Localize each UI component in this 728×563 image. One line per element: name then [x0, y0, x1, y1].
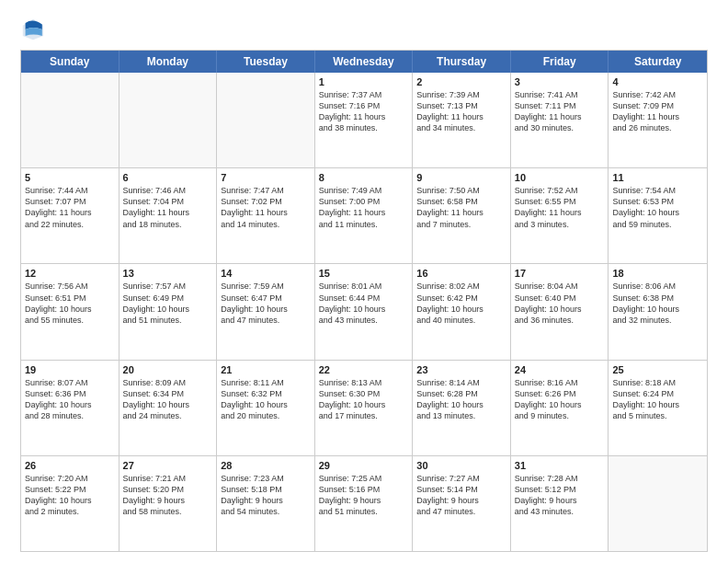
logo [20, 17, 50, 42]
day-info: Sunrise: 7:50 AM Sunset: 6:58 PM Dayligh… [416, 185, 506, 230]
day-info: Sunrise: 7:20 AM Sunset: 5:22 PM Dayligh… [25, 473, 115, 518]
day-info: Sunrise: 7:59 AM Sunset: 6:47 PM Dayligh… [221, 281, 311, 326]
calendar-cell: 17Sunrise: 8:04 AM Sunset: 6:40 PM Dayli… [511, 264, 609, 359]
calendar-cell: 7Sunrise: 7:47 AM Sunset: 7:02 PM Daylig… [217, 168, 315, 263]
day-info: Sunrise: 7:57 AM Sunset: 6:49 PM Dayligh… [123, 281, 213, 326]
day-number: 11 [612, 172, 703, 183]
calendar-cell: 19Sunrise: 8:07 AM Sunset: 6:36 PM Dayli… [21, 361, 119, 455]
day-number: 27 [123, 460, 213, 471]
day-info: Sunrise: 8:04 AM Sunset: 6:40 PM Dayligh… [515, 281, 605, 326]
day-info: Sunrise: 8:01 AM Sunset: 6:44 PM Dayligh… [319, 281, 409, 326]
day-info: Sunrise: 7:49 AM Sunset: 7:00 PM Dayligh… [319, 185, 409, 230]
calendar-cell: 14Sunrise: 7:59 AM Sunset: 6:47 PM Dayli… [217, 264, 315, 359]
calendar-cell: 13Sunrise: 7:57 AM Sunset: 6:49 PM Dayli… [119, 264, 218, 359]
day-info: Sunrise: 8:02 AM Sunset: 6:42 PM Dayligh… [416, 281, 506, 326]
day-number: 20 [123, 364, 213, 375]
day-info: Sunrise: 8:13 AM Sunset: 6:30 PM Dayligh… [319, 377, 409, 422]
day-number: 19 [25, 364, 115, 375]
calendar-cell: 27Sunrise: 7:21 AM Sunset: 5:20 PM Dayli… [119, 456, 218, 551]
calendar-cell: 22Sunrise: 8:13 AM Sunset: 6:30 PM Dayli… [315, 361, 414, 455]
day-number: 29 [319, 460, 409, 471]
day-info: Sunrise: 7:37 AM Sunset: 7:16 PM Dayligh… [319, 89, 409, 134]
day-number: 7 [221, 172, 311, 183]
calendar-cell: 4Sunrise: 7:42 AM Sunset: 7:09 PM Daylig… [609, 73, 707, 167]
calendar-cell: 16Sunrise: 8:02 AM Sunset: 6:42 PM Dayli… [413, 264, 511, 359]
day-number: 15 [319, 268, 409, 279]
page: SundayMondayTuesdayWednesdayThursdayFrid… [0, 0, 728, 563]
day-info: Sunrise: 7:27 AM Sunset: 5:14 PM Dayligh… [416, 473, 506, 518]
day-number: 8 [319, 172, 409, 183]
calendar-cell: 15Sunrise: 8:01 AM Sunset: 6:44 PM Dayli… [315, 264, 414, 359]
day-number: 22 [319, 364, 409, 375]
calendar-cell: 1Sunrise: 7:37 AM Sunset: 7:16 PM Daylig… [315, 73, 414, 167]
day-of-week-friday: Friday [511, 51, 609, 73]
day-number: 26 [25, 460, 115, 471]
day-info: Sunrise: 7:39 AM Sunset: 7:13 PM Dayligh… [416, 89, 506, 134]
day-of-week-tuesday: Tuesday [217, 51, 315, 73]
day-number: 12 [25, 268, 115, 279]
calendar-cell [21, 73, 119, 167]
day-info: Sunrise: 8:18 AM Sunset: 6:24 PM Dayligh… [612, 377, 703, 422]
calendar-cell [609, 456, 707, 551]
calendar-row-3: 19Sunrise: 8:07 AM Sunset: 6:36 PM Dayli… [21, 360, 707, 455]
day-number: 10 [515, 172, 605, 183]
day-number: 5 [25, 172, 115, 183]
calendar-cell: 9Sunrise: 7:50 AM Sunset: 6:58 PM Daylig… [413, 168, 511, 263]
day-number: 4 [612, 76, 703, 87]
day-info: Sunrise: 7:23 AM Sunset: 5:18 PM Dayligh… [221, 473, 311, 518]
calendar-cell: 10Sunrise: 7:52 AM Sunset: 6:55 PM Dayli… [511, 168, 609, 263]
calendar-cell: 23Sunrise: 8:14 AM Sunset: 6:28 PM Dayli… [413, 361, 511, 455]
day-info: Sunrise: 7:28 AM Sunset: 5:12 PM Dayligh… [515, 473, 605, 518]
day-number: 31 [515, 460, 605, 471]
day-number: 3 [515, 76, 605, 87]
day-number: 21 [221, 364, 311, 375]
calendar-row-4: 26Sunrise: 7:20 AM Sunset: 5:22 PM Dayli… [21, 455, 707, 551]
day-number: 25 [612, 364, 703, 375]
day-info: Sunrise: 7:25 AM Sunset: 5:16 PM Dayligh… [319, 473, 409, 518]
calendar-cell: 21Sunrise: 8:11 AM Sunset: 6:32 PM Dayli… [217, 361, 315, 455]
day-info: Sunrise: 7:42 AM Sunset: 7:09 PM Dayligh… [612, 89, 703, 134]
day-number: 18 [612, 268, 703, 279]
day-info: Sunrise: 7:44 AM Sunset: 7:07 PM Dayligh… [25, 185, 115, 230]
calendar-cell: 20Sunrise: 8:09 AM Sunset: 6:34 PM Dayli… [119, 361, 218, 455]
calendar-cell: 5Sunrise: 7:44 AM Sunset: 7:07 PM Daylig… [21, 168, 119, 263]
calendar-row-2: 12Sunrise: 7:56 AM Sunset: 6:51 PM Dayli… [21, 263, 707, 359]
day-info: Sunrise: 7:52 AM Sunset: 6:55 PM Dayligh… [515, 185, 605, 230]
day-info: Sunrise: 8:14 AM Sunset: 6:28 PM Dayligh… [416, 377, 506, 422]
calendar-cell: 12Sunrise: 7:56 AM Sunset: 6:51 PM Dayli… [21, 264, 119, 359]
logo-icon [20, 17, 46, 42]
day-info: Sunrise: 8:16 AM Sunset: 6:26 PM Dayligh… [515, 377, 605, 422]
day-info: Sunrise: 8:11 AM Sunset: 6:32 PM Dayligh… [221, 377, 311, 422]
calendar-cell [217, 73, 315, 167]
day-info: Sunrise: 7:41 AM Sunset: 7:11 PM Dayligh… [515, 89, 605, 134]
header [20, 17, 708, 42]
day-number: 2 [416, 76, 506, 87]
day-number: 30 [416, 460, 506, 471]
day-number: 13 [123, 268, 213, 279]
day-number: 16 [416, 268, 506, 279]
day-info: Sunrise: 7:56 AM Sunset: 6:51 PM Dayligh… [25, 281, 115, 326]
day-info: Sunrise: 7:21 AM Sunset: 5:20 PM Dayligh… [123, 473, 213, 518]
calendar-cell: 30Sunrise: 7:27 AM Sunset: 5:14 PM Dayli… [413, 456, 511, 551]
calendar-body: 1Sunrise: 7:37 AM Sunset: 7:16 PM Daylig… [21, 73, 707, 551]
day-info: Sunrise: 7:54 AM Sunset: 6:53 PM Dayligh… [612, 185, 703, 230]
day-of-week-sunday: Sunday [21, 51, 119, 73]
calendar-row-1: 5Sunrise: 7:44 AM Sunset: 7:07 PM Daylig… [21, 167, 707, 263]
calendar-cell: 8Sunrise: 7:49 AM Sunset: 7:00 PM Daylig… [315, 168, 414, 263]
calendar-cell: 11Sunrise: 7:54 AM Sunset: 6:53 PM Dayli… [609, 168, 707, 263]
calendar-cell: 29Sunrise: 7:25 AM Sunset: 5:16 PM Dayli… [315, 456, 414, 551]
calendar-cell: 2Sunrise: 7:39 AM Sunset: 7:13 PM Daylig… [413, 73, 511, 167]
day-of-week-saturday: Saturday [609, 51, 707, 73]
calendar-cell: 24Sunrise: 8:16 AM Sunset: 6:26 PM Dayli… [511, 361, 609, 455]
calendar-cell: 18Sunrise: 8:06 AM Sunset: 6:38 PM Dayli… [609, 264, 707, 359]
day-of-week-thursday: Thursday [413, 51, 511, 73]
day-info: Sunrise: 7:46 AM Sunset: 7:04 PM Dayligh… [123, 185, 213, 230]
day-number: 14 [221, 268, 311, 279]
calendar: SundayMondayTuesdayWednesdayThursdayFrid… [20, 50, 708, 552]
calendar-cell: 26Sunrise: 7:20 AM Sunset: 5:22 PM Dayli… [21, 456, 119, 551]
calendar-cell: 25Sunrise: 8:18 AM Sunset: 6:24 PM Dayli… [609, 361, 707, 455]
day-of-week-wednesday: Wednesday [315, 51, 414, 73]
day-number: 6 [123, 172, 213, 183]
day-number: 9 [416, 172, 506, 183]
calendar-cell: 28Sunrise: 7:23 AM Sunset: 5:18 PM Dayli… [217, 456, 315, 551]
